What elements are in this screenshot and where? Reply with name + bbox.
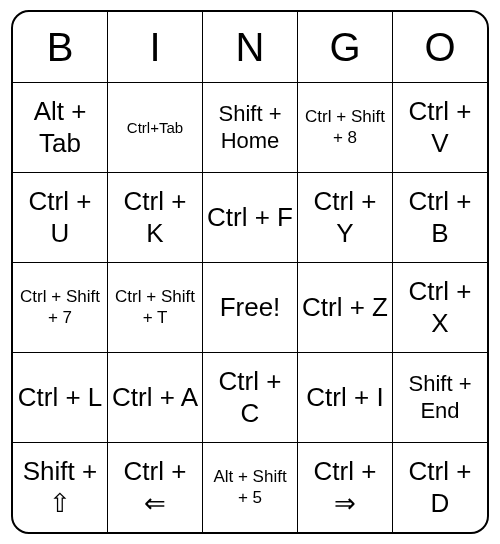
bingo-cell[interactable]: Ctrl+Tab: [108, 83, 203, 172]
bingo-cell[interactable]: Ctrl + U: [13, 173, 108, 262]
bingo-cell[interactable]: Alt + Shift + 5: [203, 443, 298, 532]
bingo-cell[interactable]: Ctrl + K: [108, 173, 203, 262]
bingo-cell[interactable]: Ctrl + Shift + 8: [298, 83, 393, 172]
bingo-cell[interactable]: Ctrl + Z: [298, 263, 393, 352]
bingo-cell[interactable]: Ctrl + ⇒: [298, 443, 393, 532]
bingo-cell[interactable]: Shift + Home: [203, 83, 298, 172]
bingo-cell[interactable]: Ctrl + C: [203, 353, 298, 442]
bingo-row: Ctrl + L Ctrl + A Ctrl + C Ctrl + I Shif…: [13, 352, 487, 442]
bingo-cell[interactable]: Alt + Tab: [13, 83, 108, 172]
bingo-card: B I N G O Alt + Tab Ctrl+Tab Shift + Hom…: [11, 10, 489, 534]
bingo-cell[interactable]: Ctrl + L: [13, 353, 108, 442]
bingo-cell[interactable]: Ctrl + Y: [298, 173, 393, 262]
header-o: O: [393, 12, 487, 82]
bingo-cell[interactable]: Ctrl + B: [393, 173, 487, 262]
bingo-cell[interactable]: Ctrl + V: [393, 83, 487, 172]
header-b: B: [13, 12, 108, 82]
bingo-cell[interactable]: Shift + End: [393, 353, 487, 442]
bingo-row: Shift + ⇧ Ctrl + ⇐ Alt + Shift + 5 Ctrl …: [13, 442, 487, 532]
bingo-row: Alt + Tab Ctrl+Tab Shift + Home Ctrl + S…: [13, 82, 487, 172]
bingo-cell-free[interactable]: Free!: [203, 263, 298, 352]
header-g: G: [298, 12, 393, 82]
bingo-cell[interactable]: Ctrl + X: [393, 263, 487, 352]
bingo-cell[interactable]: Ctrl + Shift + T: [108, 263, 203, 352]
bingo-cell[interactable]: Ctrl + F: [203, 173, 298, 262]
bingo-cell[interactable]: Shift + ⇧: [13, 443, 108, 532]
bingo-cell[interactable]: Ctrl + ⇐: [108, 443, 203, 532]
header-i: I: [108, 12, 203, 82]
bingo-cell[interactable]: Ctrl + Shift + 7: [13, 263, 108, 352]
bingo-cell[interactable]: Ctrl + D: [393, 443, 487, 532]
bingo-cell[interactable]: Ctrl + A: [108, 353, 203, 442]
header-n: N: [203, 12, 298, 82]
bingo-row: Ctrl + U Ctrl + K Ctrl + F Ctrl + Y Ctrl…: [13, 172, 487, 262]
bingo-row: Ctrl + Shift + 7 Ctrl + Shift + T Free! …: [13, 262, 487, 352]
bingo-cell[interactable]: Ctrl + I: [298, 353, 393, 442]
bingo-header-row: B I N G O: [13, 12, 487, 82]
